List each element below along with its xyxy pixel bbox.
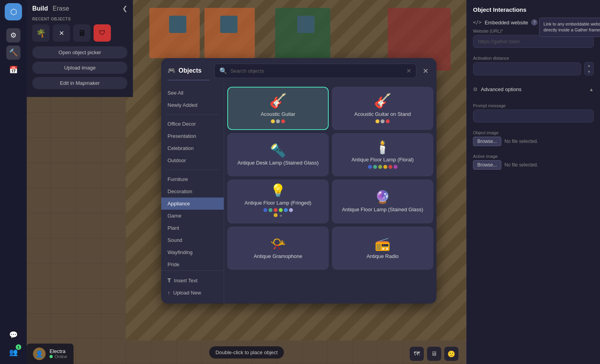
sidebar-item-users[interactable]: 👥 1 [6, 345, 20, 359]
sidebar-item-settings[interactable]: ⚙ [6, 28, 20, 42]
category-sidebar: See All Newly Added Office Decor Present… [161, 84, 224, 304]
increment-button[interactable]: ▲ [585, 62, 593, 69]
clear-search-icon[interactable]: ✕ [406, 67, 411, 75]
color-dot [271, 119, 275, 123]
footer-spacer [473, 177, 594, 209]
build-title: Build [32, 5, 48, 12]
category-sound[interactable]: Sound [161, 234, 224, 246]
activation-distance-input[interactable] [473, 62, 581, 75]
search-input[interactable] [230, 68, 406, 74]
object-card-floor-lamp-floral[interactable]: 🕯️ Antique Floor Lamp (Floral) [332, 133, 433, 176]
category-game[interactable]: Game [161, 210, 224, 222]
object-image-label: Object image [473, 130, 594, 135]
color-dot [388, 165, 392, 169]
insert-text-button[interactable]: T Insert Text [161, 274, 224, 287]
object-card-gramophone[interactable]: 📯 Antique Gramophone [227, 227, 329, 270]
upload-icon: ↑ [167, 290, 170, 296]
object-image-browse-button[interactable]: Browse... [473, 137, 501, 146]
category-office-decor[interactable]: Office Decor [161, 118, 224, 130]
collapse-button[interactable]: ❮ [122, 5, 127, 12]
object-icon-desk-lamp: 🔦 [270, 144, 286, 157]
help-icon[interactable]: ? Link to any embeddable website directl… [531, 19, 537, 26]
color-dots-floral [368, 165, 398, 169]
active-image-browse-button[interactable]: Browse... [473, 160, 501, 170]
object-name-floor-lamp-fringed: Antique Floor Lamp (Fringed) [245, 200, 311, 206]
chevron-up-icon: ▲ [589, 87, 594, 92]
activation-row: ▲ ▼ [473, 62, 594, 75]
color-dot [274, 208, 278, 212]
category-furniture[interactable]: Furniture [161, 173, 224, 185]
color-dot [381, 119, 385, 123]
color-dot [383, 165, 387, 169]
color-dot [281, 119, 285, 123]
object-card-desk-lamp-stained[interactable]: 🔦 Antique Desk Lamp (Stained Glass) [227, 133, 329, 176]
category-plant[interactable]: Plant [161, 222, 224, 234]
color-dot [279, 208, 283, 212]
object-name-floor-lamp-floral: Antique Floor Lamp (Floral) [352, 157, 414, 163]
close-picker-button[interactable]: ✕ [421, 65, 430, 77]
object-card-radio[interactable]: 📻 Antique Radio [332, 227, 433, 270]
recent-object-screen[interactable]: 🖥 [73, 24, 90, 42]
category-outdoor[interactable]: Outdoor [161, 154, 224, 166]
sidebar-item-chat[interactable]: 💬 [6, 328, 20, 342]
color-dot [368, 165, 372, 169]
upload-image-button[interactable]: Upload image [32, 62, 127, 74]
activation-distance-label: Activation distance [473, 56, 594, 60]
help-tooltip: Link to any embeddable website directly … [539, 18, 600, 37]
object-card-floor-lamp-stained[interactable]: 🔮 Antique Floor Lamp (Stained Glass) [332, 179, 433, 223]
plus-indicator: + [280, 213, 282, 219]
category-pride[interactable]: Pride [161, 258, 224, 271]
object-icon-floor-lamp-floral: 🕯️ [375, 141, 390, 154]
object-card-floor-lamp-fringed[interactable]: 💡 Antique Floor Lamp (Fringed) + [227, 179, 329, 223]
picker-body: See All Newly Added Office Decor Present… [161, 84, 436, 304]
category-celebration[interactable]: Celebration [161, 142, 224, 154]
recent-object-plant[interactable]: 🌴 [32, 24, 50, 42]
category-footer: T Insert Text ↑ Upload New [161, 271, 224, 302]
prompt-message-section: Prompt message [473, 103, 594, 123]
color-dots-guitar-stand [375, 119, 390, 123]
color-dot [386, 119, 390, 123]
active-image-section: Active image Browse... No file selected. [473, 154, 594, 170]
color-dots-fringed: + [262, 208, 294, 219]
category-see-all[interactable]: See All [161, 87, 224, 99]
recent-objects-row: 🌴 ✕ 🖥 🛡 [32, 24, 127, 42]
left-sidebar: ⬡ ⚙ 🔨 📅 💬 👥 1 [0, 0, 27, 364]
object-icon-floor-lamp-fringed: 💡 [270, 184, 286, 197]
website-url-input[interactable] [473, 35, 594, 48]
recent-object-cross[interactable]: ✕ [53, 24, 70, 42]
category-presentation[interactable]: Presentation [161, 130, 224, 142]
recent-object-shield[interactable]: 🛡 [94, 24, 111, 42]
category-wayfinding[interactable]: Wayfinding [161, 246, 224, 258]
open-object-picker-button[interactable]: Open object picker [32, 46, 127, 59]
sidebar-item-build[interactable]: 🔨 [6, 46, 20, 60]
upload-new-button[interactable]: ↑ Upload New [161, 287, 224, 299]
decrement-button[interactable]: ▼ [585, 69, 593, 75]
object-icon-gramophone: 📯 [270, 238, 286, 250]
advanced-options-header[interactable]: ⚙ Advanced options ▲ [473, 83, 594, 95]
object-image-file-row: Browse... No file selected. [473, 137, 594, 146]
text-icon: T [167, 277, 171, 284]
object-card-acoustic-guitar[interactable]: 🎸 Acoustic Guitar [227, 87, 329, 130]
category-newly-added[interactable]: Newly Added [161, 99, 224, 111]
color-dot [373, 165, 377, 169]
picker-header: 🎮 Objects 🔍 ✕ ✕ [161, 58, 436, 84]
category-decoration[interactable]: Decoration [161, 185, 224, 198]
embedded-website-label: Embedded website [485, 20, 528, 26]
object-name-radio: Antique Radio [366, 253, 399, 259]
status-bar: Double-click to place object [27, 340, 466, 364]
gear-icon: ⚙ [473, 86, 478, 92]
category-appliance[interactable]: Appliance [161, 198, 224, 210]
recent-objects-label: RECENT OBJECTS [32, 17, 127, 21]
edit-mapmaker-button[interactable]: Edit in Mapmaker [32, 77, 127, 89]
activation-arrows: ▲ ▼ [584, 62, 594, 75]
color-dot [284, 208, 288, 212]
color-dot [274, 213, 278, 217]
color-dot [276, 119, 280, 123]
object-icon-guitar: 🎸 [269, 94, 287, 108]
build-header: Build Erase ❮ [32, 5, 127, 12]
prompt-message-input[interactable] [473, 110, 594, 123]
object-card-guitar-stand[interactable]: 🎸 Acoustic Guitar on Stand [332, 87, 433, 130]
interactions-panel: Object Interactions </> Embedded website… [466, 0, 600, 364]
sidebar-item-calendar[interactable]: 📅 [6, 63, 20, 77]
object-name-guitar-stand: Acoustic Guitar on Stand [354, 111, 411, 117]
